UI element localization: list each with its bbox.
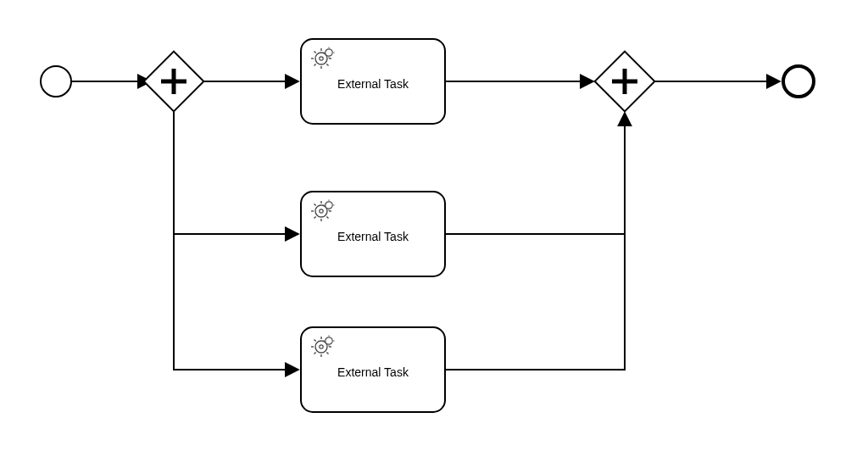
flow-split-to-task3 (174, 111, 298, 370)
parallel-gateway-join[interactable] (595, 52, 655, 112)
flow-task2-to-join (445, 113, 625, 234)
task2-label: External Task (337, 230, 409, 243)
service-task-1[interactable]: External Task (301, 39, 445, 124)
svg-point-17 (326, 49, 332, 56)
flow-task3-to-join (445, 113, 625, 370)
end-event[interactable] (783, 66, 814, 97)
svg-point-0 (41, 66, 71, 97)
svg-point-33 (326, 202, 332, 209)
svg-point-49 (326, 337, 332, 344)
service-task-3[interactable]: External Task (301, 327, 445, 412)
flow-split-to-task2 (174, 111, 298, 234)
task3-label: External Task (337, 365, 409, 379)
parallel-gateway-split[interactable] (144, 52, 204, 112)
service-task-2[interactable]: External Task (301, 192, 445, 276)
task1-label: External Task (337, 77, 409, 91)
bpmn-diagram: External Task External Task (0, 0, 868, 468)
start-event[interactable] (41, 66, 71, 97)
svg-point-59 (783, 66, 814, 97)
